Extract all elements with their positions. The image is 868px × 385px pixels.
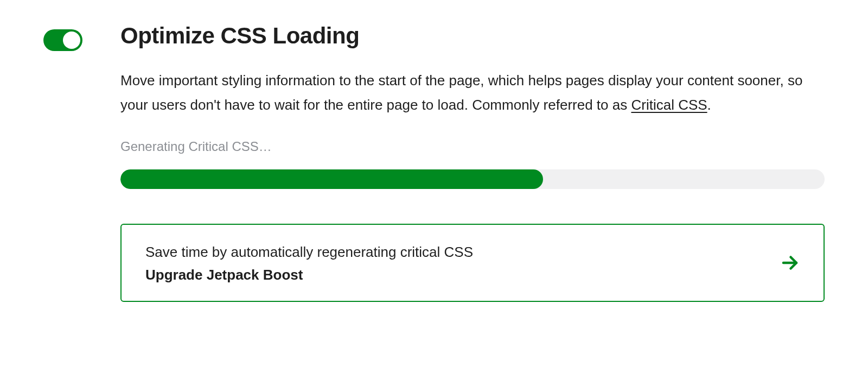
- progress-bar-fill: [120, 169, 543, 189]
- upgrade-cta-line2: Upgrade Jetpack Boost: [145, 267, 780, 283]
- arrow-right-icon: [780, 253, 800, 273]
- feature-title: Optimize CSS Loading: [120, 23, 825, 49]
- upgrade-cta[interactable]: Save time by automatically regenerating …: [120, 224, 825, 302]
- feature-description: Move important styling information to th…: [120, 68, 825, 117]
- upgrade-cta-text: Save time by automatically regenerating …: [145, 242, 780, 284]
- feature-description-after: .: [707, 97, 711, 113]
- progress-bar: [120, 169, 825, 189]
- upgrade-cta-line1: Save time by automatically regenerating …: [145, 242, 780, 263]
- feature-content: Optimize CSS Loading Move important styl…: [120, 23, 825, 302]
- optimize-css-toggle[interactable]: [43, 29, 82, 51]
- critical-css-link[interactable]: Critical CSS: [631, 97, 707, 113]
- toggle-knob: [63, 31, 80, 49]
- progress-status-text: Generating Critical CSS…: [120, 139, 825, 154]
